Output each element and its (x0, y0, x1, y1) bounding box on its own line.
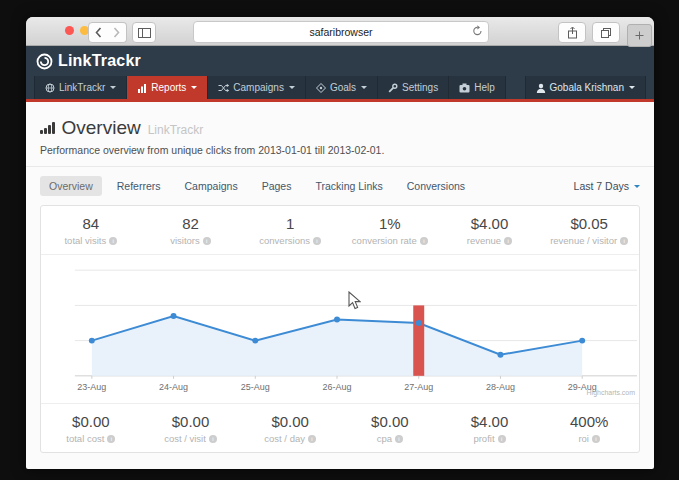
url-text: safaribrowser (309, 26, 372, 38)
stat-label: conversion rate (352, 235, 417, 246)
stat-value: $0.00 (41, 413, 141, 430)
tab-campaigns[interactable]: Campaigns (176, 176, 247, 196)
stat-label: cpa (377, 433, 392, 444)
chevron-down-icon (110, 86, 116, 92)
chevron-down-icon (629, 86, 635, 92)
stat-total-cost: $0.00 total cost (41, 413, 141, 444)
tab-pages[interactable]: Pages (253, 176, 301, 196)
page-title: Overview (62, 117, 141, 139)
shuffle-icon (218, 83, 229, 93)
info-icon[interactable] (620, 237, 628, 245)
chevron-down-icon (191, 86, 197, 92)
stat-value: 84 (41, 215, 141, 232)
info-icon[interactable] (109, 237, 117, 245)
tab-overview-button[interactable] (592, 22, 620, 43)
nav-item-settings[interactable]: Settings (378, 76, 449, 99)
stat-label: cost / visit (164, 433, 206, 444)
close-window-button[interactable] (65, 26, 74, 35)
date-range-dropdown[interactable]: Last 7 Days (574, 180, 640, 192)
chevron-down-icon (361, 86, 367, 92)
info-icon[interactable] (420, 237, 428, 245)
page-title-suffix: LinkTrackr (148, 123, 204, 137)
svg-text:23-Aug: 23-Aug (77, 382, 106, 392)
info-icon[interactable] (203, 237, 211, 245)
stat-value: $0.00 (340, 413, 440, 430)
address-bar[interactable]: safaribrowser (193, 21, 489, 43)
user-name: Gobala Krishnan (550, 82, 625, 93)
stat-label: roi (578, 433, 589, 444)
browser-toolbar: safaribrowser (26, 17, 654, 46)
tabs-icon (600, 27, 612, 39)
stat-value: $0.05 (539, 215, 639, 232)
stats-panel: 84 total visits 82 visitors 1 conversion… (40, 205, 640, 453)
info-icon[interactable] (107, 435, 115, 443)
nav-item-label: Settings (402, 82, 438, 93)
stat-label: visitors (170, 235, 200, 246)
page-title-block: Overview LinkTrackr Performance overview… (26, 102, 654, 167)
stat-profit: $4.00 profit (440, 413, 540, 444)
info-icon[interactable] (308, 435, 316, 443)
info-icon[interactable] (504, 237, 512, 245)
main-nav: LinkTrackr Reports Campaigns Goals Setti (26, 76, 654, 102)
stat-value: 82 (141, 215, 241, 232)
bar-chart-icon (137, 83, 147, 93)
chevron-down-icon (634, 185, 640, 191)
stat-cost-visit: $0.00 cost / visit (141, 413, 241, 444)
info-icon[interactable] (592, 435, 600, 443)
plus-icon (635, 31, 644, 40)
stat-label: total cost (66, 433, 104, 444)
chevron-left-icon (95, 27, 102, 38)
svg-text:25-Aug: 25-Aug (241, 382, 270, 392)
nav-item-label: LinkTrackr (59, 82, 105, 93)
stat-total-visits: 84 total visits (41, 215, 141, 246)
stat-conversion-rate: 1% conversion rate (340, 215, 440, 246)
nav-item-reports[interactable]: Reports (127, 76, 208, 99)
stat-value: $0.00 (240, 413, 340, 430)
new-tab-button[interactable] (627, 24, 652, 47)
svg-text:28-Aug: 28-Aug (486, 382, 515, 392)
nav-item-goals[interactable]: Goals (306, 76, 378, 99)
linktrackr-logo-icon (36, 53, 53, 70)
line-chart: 23-Aug24-Aug25-Aug26-Aug27-Aug28-Aug29-A… (41, 257, 639, 399)
forward-button[interactable] (107, 22, 127, 43)
stat-cpa: $0.00 cpa (340, 413, 440, 444)
stat-label: profit (473, 433, 494, 444)
nav-item-campaigns[interactable]: Campaigns (208, 76, 306, 99)
help-icon (459, 83, 470, 93)
nav-item-help[interactable]: Help (449, 76, 506, 99)
stat-roi: 400% roi (539, 413, 639, 444)
stat-revenue-visitor: $0.05 revenue / visitor (539, 215, 639, 246)
stat-label: revenue / visitor (550, 235, 617, 246)
sidebar-toggle-button[interactable] (132, 22, 156, 43)
chart-area[interactable]: 23-Aug24-Aug25-Aug26-Aug27-Aug28-Aug29-A… (41, 255, 639, 403)
stat-value: 400% (539, 413, 639, 430)
share-button[interactable] (558, 22, 586, 43)
reload-icon (472, 25, 483, 37)
brand-row: LinkTrackr (26, 46, 654, 76)
report-tabs: Overview Referrers Campaigns Pages Track… (26, 167, 654, 205)
info-icon[interactable] (209, 435, 217, 443)
stat-value: 1% (340, 215, 440, 232)
chevron-right-icon (113, 27, 120, 38)
info-icon[interactable] (313, 237, 321, 245)
back-button[interactable] (88, 22, 109, 43)
user-menu[interactable]: Gobala Krishnan (525, 76, 647, 99)
bar-chart-icon (40, 122, 55, 134)
reload-button[interactable] (472, 25, 483, 39)
brand-name[interactable]: LinkTrackr (58, 52, 141, 70)
sidebar-icon (138, 28, 151, 38)
info-icon[interactable] (498, 435, 506, 443)
tab-overview[interactable]: Overview (40, 176, 102, 196)
tab-referrers[interactable]: Referrers (108, 176, 170, 196)
stat-visitors: 82 visitors (141, 215, 241, 246)
info-icon[interactable] (395, 435, 403, 443)
tab-tracking-links[interactable]: Tracking Links (306, 176, 391, 196)
stat-cost-day: $0.00 cost / day (240, 413, 340, 444)
tab-conversions[interactable]: Conversions (398, 176, 474, 196)
page-content: Overview LinkTrackr Performance overview… (26, 102, 654, 453)
site-header: LinkTrackr LinkTrackr Reports Campaigns … (26, 46, 654, 102)
stat-value: $4.00 (440, 215, 540, 232)
nav-item-linktrackr[interactable]: LinkTrackr (34, 76, 127, 99)
stat-label: total visits (64, 235, 106, 246)
nav-item-label: Help (474, 82, 495, 93)
